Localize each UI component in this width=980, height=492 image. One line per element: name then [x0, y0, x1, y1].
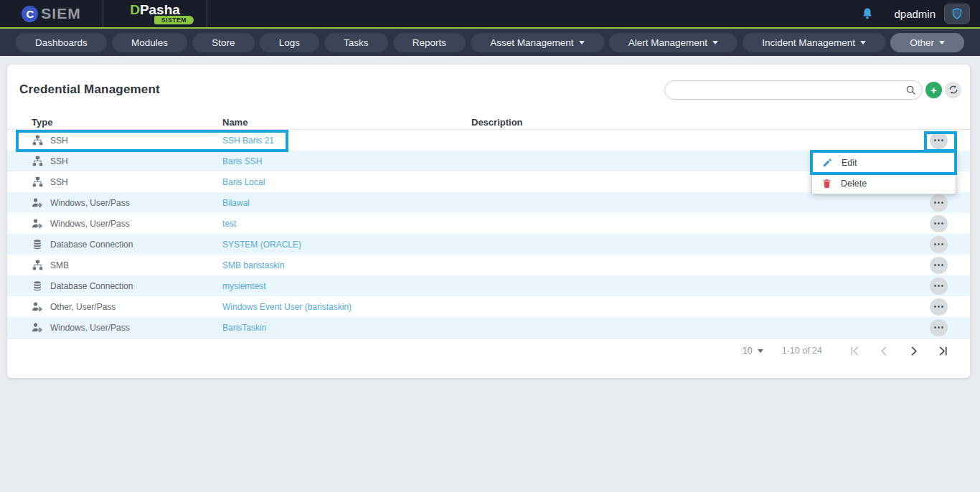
dpasha-sistem-badge: SİSTEM: [154, 16, 194, 24]
previous-page-button[interactable]: [876, 346, 892, 356]
credential-management-card: Credential Management + Type Name Descri…: [7, 65, 970, 378]
nav-item-logs[interactable]: Logs: [260, 33, 319, 52]
nav-item-other[interactable]: Other: [890, 33, 964, 52]
user-gear-icon: [32, 197, 43, 208]
add-credential-button[interactable]: +: [925, 82, 942, 98]
credential-type: SMB: [50, 260, 69, 270]
credential-name-link[interactable]: SMB baristaskin: [222, 260, 471, 270]
credential-type: Database Connection: [50, 240, 133, 250]
row-actions-button[interactable]: [930, 278, 948, 295]
nav-item-label: Incident Management: [762, 37, 855, 48]
table-row: SMBSMB baristaskin: [7, 255, 970, 275]
row-actions-button[interactable]: [930, 257, 948, 274]
nav-item-asset-management[interactable]: Asset Management: [471, 33, 603, 52]
database-icon: [32, 280, 43, 291]
notifications-bell-icon[interactable]: [861, 7, 874, 20]
database-icon: [32, 239, 43, 250]
csiem-logo-text: SIEM: [41, 5, 80, 22]
nav-item-label: Tasks: [344, 37, 369, 48]
search-box: [664, 80, 923, 100]
dpasha-logo-text: DPasha: [130, 4, 180, 16]
search-input[interactable]: [664, 80, 923, 100]
nav-item-label: Logs: [279, 37, 300, 48]
table-row: Windows, User/Passtest: [7, 213, 970, 234]
credential-type: Windows, User/Pass: [50, 198, 130, 208]
credential-type: Database Connection: [50, 281, 133, 291]
next-page-button[interactable]: [905, 346, 922, 356]
nav-item-store[interactable]: Store: [192, 33, 254, 52]
row-actions-button[interactable]: [930, 298, 948, 316]
nav-item-modules[interactable]: Modules: [112, 33, 187, 52]
credential-type: SSH: [50, 177, 68, 187]
nav-item-label: Asset Management: [490, 37, 573, 48]
header-divider: [207, 0, 207, 27]
sitemap-icon: [32, 176, 43, 187]
csiem-logo: C SIEM: [0, 5, 103, 22]
pagination-bar: 10 1-10 of 24: [7, 338, 970, 363]
table-row: Database Connectionmysiemtest: [7, 275, 970, 296]
nav-item-label: Alert Management: [628, 37, 707, 48]
nav-item-label: Reports: [413, 37, 446, 48]
credential-name-link[interactable]: mysiemtest: [222, 281, 471, 291]
credential-name-link[interactable]: Baris SSH: [222, 156, 471, 166]
row-actions-button[interactable]: [930, 132, 948, 149]
table-header: Type Name Description: [7, 115, 970, 130]
chevron-down-icon: [758, 349, 763, 353]
refresh-icon: [948, 85, 958, 95]
chevron-down-icon: [712, 41, 718, 44]
table-row: Windows, User/PassBarisTaskin: [7, 317, 970, 338]
credential-name-link[interactable]: SSH Baris 21: [222, 136, 471, 146]
credential-type: Other, User/Pass: [50, 302, 116, 312]
top-header: C SIEM DPasha SİSTEM dpadmin: [0, 0, 980, 27]
context-menu-item-edit[interactable]: Edit: [812, 152, 956, 173]
credential-name-link[interactable]: Windows Event User (baristaskin): [222, 302, 471, 312]
chevron-down-icon: [860, 41, 866, 44]
context-menu-item-label: Delete: [841, 179, 867, 189]
nav-item-label: Store: [212, 37, 235, 48]
search-icon: [905, 85, 916, 95]
refresh-button[interactable]: [945, 82, 961, 98]
row-actions-button[interactable]: [930, 319, 948, 336]
column-header-type: Type: [32, 117, 222, 128]
page-size-select[interactable]: 10: [743, 346, 763, 356]
main-nav: DashboardsModulesStoreLogsTasksReportsAs…: [0, 27, 980, 56]
trash-icon: [822, 179, 831, 189]
first-page-button[interactable]: [847, 346, 863, 356]
last-page-button[interactable]: [935, 346, 951, 356]
sitemap-icon: [32, 260, 43, 270]
column-header-name: Name: [222, 117, 471, 128]
user-gear-icon: [32, 218, 43, 229]
page-size-value: 10: [743, 346, 753, 356]
credential-name-link[interactable]: Bilawal: [222, 198, 471, 208]
table-row: Other, User/PassWindows Event User (bari…: [7, 296, 970, 317]
page-title: Credential Management: [19, 82, 160, 97]
credential-type: Windows, User/Pass: [50, 323, 130, 333]
plus-icon: +: [930, 85, 937, 95]
chevron-down-icon: [579, 41, 585, 44]
nav-item-alert-management[interactable]: Alert Management: [609, 33, 738, 52]
credential-type: SSH: [50, 156, 68, 166]
table-row: Database ConnectionSYSTEM (ORACLE): [7, 234, 970, 255]
credential-name-link[interactable]: test: [222, 219, 471, 229]
credential-name-link[interactable]: SYSTEM (ORACLE): [222, 240, 471, 250]
user-gear-icon: [32, 301, 43, 312]
nav-item-dashboards[interactable]: Dashboards: [16, 33, 107, 52]
user-menu-button[interactable]: [944, 4, 970, 24]
nav-item-incident-management[interactable]: Incident Management: [743, 33, 885, 52]
nav-item-reports[interactable]: Reports: [393, 33, 466, 52]
nav-item-label: Dashboards: [35, 37, 88, 48]
nav-item-tasks[interactable]: Tasks: [324, 33, 388, 52]
credential-name-link[interactable]: BarisTaskin: [222, 323, 471, 333]
sitemap-icon: [32, 156, 43, 166]
credential-type: Windows, User/Pass: [50, 219, 130, 229]
row-actions-button[interactable]: [930, 215, 948, 232]
row-actions-button[interactable]: [930, 194, 948, 212]
context-menu-item-delete[interactable]: Delete: [812, 173, 956, 194]
row-context-menu: EditDelete: [811, 151, 956, 194]
dpasha-logo: DPasha SİSTEM: [103, 4, 207, 24]
shield-icon: [951, 8, 963, 19]
credential-name-link[interactable]: Baris Local: [222, 177, 471, 187]
row-actions-button[interactable]: [930, 236, 948, 253]
chevron-down-icon: [939, 41, 945, 44]
username-label: dpadmin: [894, 8, 936, 20]
